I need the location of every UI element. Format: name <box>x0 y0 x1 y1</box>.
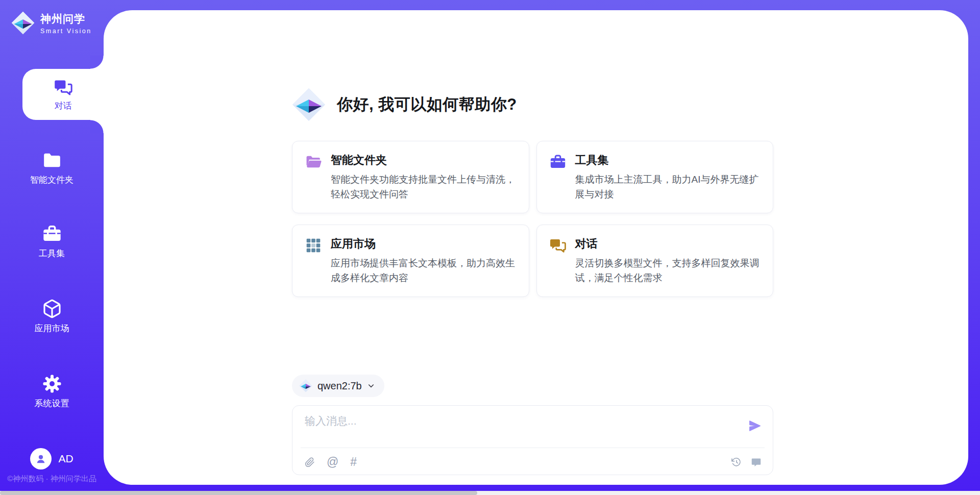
sidebar-item-settings[interactable]: 系统设置 <box>0 373 104 409</box>
model-diamond-icon <box>299 379 312 392</box>
grid-icon <box>305 237 322 254</box>
chevron-down-icon <box>367 382 375 390</box>
card-smart-folder[interactable]: 智能文件夹 智能文件夹功能支持批量文件上传与清洗，轻松实现文件问答 <box>292 141 529 213</box>
sidebar-item-smart-folder[interactable]: 智能文件夹 <box>0 150 104 186</box>
sidebar-item-app-market[interactable]: 应用市场 <box>0 298 104 334</box>
sidebar-item-label: 工具集 <box>0 247 104 259</box>
send-icon <box>748 419 762 433</box>
card-app-market[interactable]: 应用市场 应用市场提供丰富长文本模板，助力高效生成多样化文章内容 <box>292 225 529 297</box>
composer-toolbar: @ # <box>305 456 762 468</box>
main-panel: 你好, 我可以如何帮助你? 智能文件夹 智能文件夹功能支持批量文件上传与清洗，轻… <box>104 10 968 485</box>
sidebar-item-chat[interactable]: 对话 <box>22 69 104 120</box>
card-title: 应用市场 <box>331 236 517 252</box>
card-description: 应用市场提供丰富长文本模板，助力高效生成多样化文章内容 <box>331 256 517 285</box>
card-description: 集成市场上主流工具，助力AI与外界无缝扩展与对接 <box>575 172 761 202</box>
folder-open-icon <box>305 153 322 170</box>
sidebar-item-label: 系统设置 <box>0 398 104 409</box>
chat-square-icon <box>751 457 762 467</box>
tab-flare-bottom <box>90 120 104 133</box>
briefcase-icon <box>549 153 567 170</box>
brand-name: 神州问学 <box>40 12 92 26</box>
model-name: qwen2:7b <box>317 380 362 392</box>
brand-logo: 神州问学 Smart Vision <box>11 11 92 35</box>
composer-divider <box>301 448 765 448</box>
message-composer: @ # <box>292 405 773 475</box>
brand-diamond-icon <box>11 11 35 35</box>
send-button[interactable] <box>748 419 762 433</box>
message-input[interactable] <box>305 414 733 443</box>
horizontal-scrollbar-track[interactable] <box>0 491 980 495</box>
new-chat-button[interactable] <box>751 457 762 467</box>
copyright-text: ©神州数码 · 神州问学出品 <box>0 474 104 484</box>
mention-button[interactable]: @ <box>327 456 338 468</box>
card-title: 工具集 <box>575 153 761 168</box>
cube-icon <box>42 299 62 319</box>
user-icon <box>35 453 47 465</box>
feature-cards: 智能文件夹 智能文件夹功能支持批量文件上传与清洗，轻松实现文件问答 工具集 集成… <box>292 141 773 297</box>
user-menu[interactable]: AD <box>0 448 104 469</box>
greeting-title: 你好, 我可以如何帮助你? <box>337 94 517 115</box>
card-description: 灵活切换多模型文件，支持多样回复效果调试，满足个性化需求 <box>575 256 761 285</box>
avatar <box>30 448 52 469</box>
history-button[interactable] <box>731 457 742 467</box>
model-selector[interactable]: qwen2:7b <box>292 375 384 397</box>
user-name: AD <box>58 453 73 465</box>
sidebar-item-toolkit[interactable]: 工具集 <box>0 223 104 259</box>
sidebar-item-label: 对话 <box>55 100 72 112</box>
attach-file-button[interactable] <box>305 457 315 467</box>
topic-button[interactable]: # <box>350 456 357 468</box>
assistant-diamond-icon <box>292 88 326 121</box>
card-description: 智能文件夹功能支持批量文件上传与清洗，轻松实现文件问答 <box>331 172 517 202</box>
main-content: 你好, 我可以如何帮助你? 智能文件夹 智能文件夹功能支持批量文件上传与清洗，轻… <box>292 87 773 475</box>
folder-icon <box>42 150 62 170</box>
card-title: 对话 <box>575 236 761 252</box>
chat-icon <box>54 78 73 97</box>
sidebar: 神州问学 Smart Vision 对话 智能文件夹 工具集 应用市场 系统设置 <box>0 0 104 495</box>
briefcase-icon <box>42 224 62 244</box>
paperclip-icon <box>305 457 315 467</box>
gear-icon <box>42 374 62 394</box>
sidebar-item-label: 应用市场 <box>0 323 104 334</box>
card-chat[interactable]: 对话 灵活切换多模型文件，支持多样回复效果调试，满足个性化需求 <box>536 225 774 297</box>
welcome-header: 你好, 我可以如何帮助你? <box>292 87 773 122</box>
card-title: 智能文件夹 <box>331 153 517 168</box>
sidebar-item-label: 智能文件夹 <box>0 174 104 186</box>
chat-icon <box>549 237 567 254</box>
card-toolkit[interactable]: 工具集 集成市场上主流工具，助力AI与外界无缝扩展与对接 <box>536 141 774 213</box>
history-icon <box>731 457 742 467</box>
tab-flare-top <box>90 56 104 69</box>
brand-subtitle: Smart Vision <box>40 28 92 35</box>
horizontal-scrollbar-thumb[interactable] <box>0 491 477 495</box>
